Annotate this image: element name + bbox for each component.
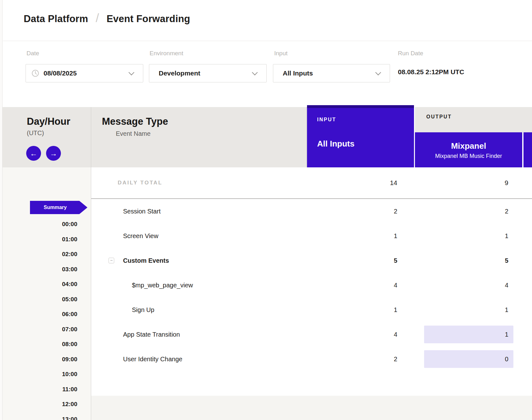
table-row: Session Start 2 2 <box>91 199 532 224</box>
row-input-value: 2 <box>306 356 415 363</box>
row-label: App State Transition <box>123 331 180 338</box>
hour-rail-item[interactable]: 05:00 <box>62 296 77 303</box>
hour-rail-item[interactable]: 04:00 <box>62 280 77 288</box>
daily-total-row: DAILY TOTAL 14 9 <box>91 167 532 198</box>
next-day-button[interactable]: → <box>46 146 61 161</box>
hour-rail-item[interactable]: 11:00 <box>62 386 77 393</box>
breadcrumb-separator: / <box>96 11 99 25</box>
hour-rail-item[interactable]: 03:00 <box>62 266 77 273</box>
table-row: App State Transition 4 1 <box>91 322 532 347</box>
hour-rail: Summary 00:0001:0002:0003:0004:0005:0006… <box>3 167 91 420</box>
filter-bar: Date Environment Input Run Date 08/08/20… <box>3 41 532 107</box>
input-header-value: All Inputs <box>317 139 354 149</box>
environment-dropdown[interactable]: Development <box>149 64 267 82</box>
hour-rail-item[interactable]: 02:00 <box>62 250 77 258</box>
input-value: All Inputs <box>283 69 313 77</box>
row-output-cell: 4 <box>415 282 523 289</box>
hour-rail-item[interactable]: 06:00 <box>62 310 77 318</box>
row-label-cell: Screen View <box>91 232 306 240</box>
run-date-value: 08.08.25 2:12PM UTC <box>398 68 464 76</box>
row-input-value: 4 <box>306 282 415 289</box>
chevron-down-icon <box>375 69 381 75</box>
table-row: Screen View 1 1 <box>91 224 532 248</box>
input-dropdown[interactable]: All Inputs <box>273 64 390 82</box>
partner-name: Mixpanel <box>415 141 522 151</box>
hour-rail-item[interactable]: 10:00 <box>62 370 77 378</box>
summary-tab-label: Summary <box>44 205 67 210</box>
day-hour-header: Day/Hour <box>27 116 70 127</box>
next-partner-header-clipped[interactable] <box>523 132 532 167</box>
row-label-cell: Session Start <box>91 208 306 215</box>
table-row: $mp_web_page_view 4 4 <box>91 273 532 297</box>
row-input-value: 4 <box>306 331 415 338</box>
environment-value: Development <box>159 69 200 77</box>
event-forwarding-page: Data Platform / Event Forwarding Date En… <box>0 0 532 420</box>
event-name-subheader: Event Name <box>116 130 151 137</box>
daily-total-input-value: 14 <box>306 179 415 187</box>
row-output-value: 1 <box>505 306 508 313</box>
table-row: Sign Up 1 1 <box>91 297 532 322</box>
run-date-label: Run Date <box>398 50 423 57</box>
input-column-header[interactable]: INPUT All Inputs <box>307 105 414 167</box>
breadcrumb-section[interactable]: Data Platform <box>24 13 88 25</box>
hour-rail-item[interactable]: 07:00 <box>62 326 77 333</box>
environment-filter-label: Environment <box>150 50 183 57</box>
row-label-cell: App State Transition <box>91 331 306 338</box>
row-output-value: 2 <box>505 208 508 215</box>
row-label: Session Start <box>123 208 161 215</box>
row-label: User Identity Change <box>123 356 182 363</box>
row-output-value: 1 <box>505 331 508 338</box>
row-output-cell: 2 <box>415 208 523 215</box>
row-output-value: 1 <box>505 232 508 239</box>
clock-icon <box>32 69 39 77</box>
chevron-down-icon <box>252 69 257 75</box>
hour-rail-item[interactable]: 01:00 <box>62 236 77 243</box>
row-label-cell: User Identity Change <box>91 356 306 363</box>
row-input-value: 1 <box>306 306 415 314</box>
previous-day-button[interactable]: ← <box>26 146 41 161</box>
arrow-right-icon: → <box>50 149 57 158</box>
table-footer-area <box>91 396 532 420</box>
day-hour-timezone: (UTC) <box>27 129 44 137</box>
hour-rail-item[interactable]: 00:00 <box>62 220 77 228</box>
row-label: $mp_web_page_view <box>132 282 193 289</box>
row-label: Screen View <box>123 232 158 240</box>
daily-total-label: DAILY TOTAL <box>118 180 163 186</box>
hour-rail-item[interactable]: 12:00 <box>62 400 77 408</box>
window-left-edge <box>0 0 3 420</box>
output-partner-header[interactable]: Mixpanel Mixpanel MB Music Finder <box>415 132 522 167</box>
highlighted-output-cell: 1 <box>424 326 513 343</box>
breadcrumb: Data Platform / Event Forwarding <box>24 12 190 26</box>
table-row: − Custom Events 5 5 <box>91 248 532 273</box>
row-output-cell: 1 <box>415 306 523 314</box>
row-output-value: 0 <box>505 356 508 363</box>
table-row: User Identity Change 2 0 <box>91 347 532 371</box>
row-input-value: 2 <box>306 208 415 215</box>
row-label-cell: − Custom Events <box>91 257 306 264</box>
summary-tab[interactable]: Summary <box>30 201 87 214</box>
arrow-left-icon: ← <box>30 149 38 158</box>
row-label: Sign Up <box>132 306 154 314</box>
row-label-cell: $mp_web_page_view <box>91 282 306 289</box>
row-label-cell: Sign Up <box>91 306 306 314</box>
date-dropdown[interactable]: 08/08/2025 <box>26 64 143 82</box>
row-output-cell: 5 <box>415 257 523 264</box>
collapse-icon[interactable]: − <box>109 258 114 263</box>
top-bar: Data Platform / Event Forwarding <box>3 0 532 41</box>
hour-rail-item[interactable]: 09:00 <box>62 356 77 363</box>
row-label: Custom Events <box>123 257 169 264</box>
row-input-value: 5 <box>306 257 415 264</box>
input-header-label: INPUT <box>317 117 336 123</box>
message-type-header: Message Type <box>102 116 168 127</box>
hour-rail-item[interactable]: 08:00 <box>62 340 77 348</box>
daily-total-output-value: 9 <box>415 179 523 187</box>
page-title: Event Forwarding <box>107 13 190 25</box>
row-output-value: 4 <box>505 282 508 289</box>
row-input-value: 1 <box>306 232 415 240</box>
partner-subtitle: Mixpanel MB Music Finder <box>415 153 522 159</box>
date-filter-label: Date <box>27 50 39 57</box>
hour-rail-item[interactable]: 13:00 <box>62 416 77 420</box>
chevron-down-icon <box>128 69 134 75</box>
row-output-value: 5 <box>505 257 508 264</box>
date-value: 08/08/2025 <box>44 69 77 77</box>
